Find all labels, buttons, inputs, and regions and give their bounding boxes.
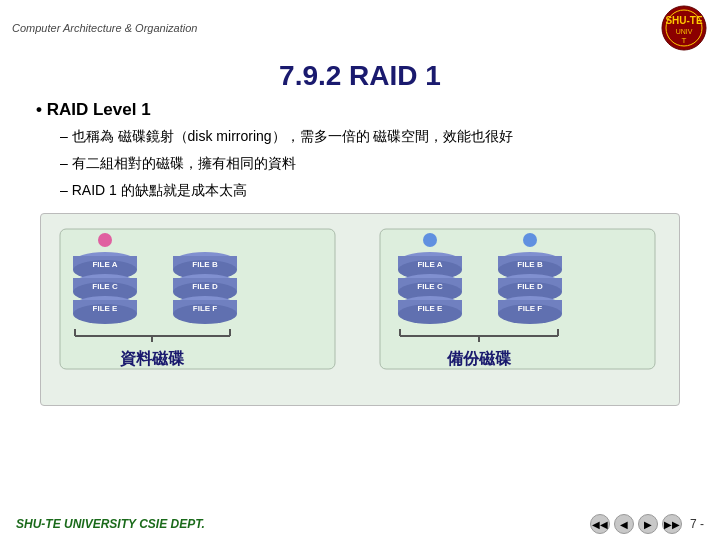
bullet-sub3: RAID 1 的缺點就是成本太高: [60, 180, 684, 201]
svg-text:SHU-TE: SHU-TE: [665, 15, 703, 26]
svg-point-7: [98, 233, 112, 247]
svg-text:FILE B: FILE B: [517, 260, 543, 269]
footer-institution: SHU-TE UNIVERSITY CSIE DEPT.: [16, 517, 205, 531]
nav-first-button[interactable]: ◀◀: [590, 514, 610, 534]
nav-prev-button[interactable]: ◀: [614, 514, 634, 534]
bullet-sub1: 也稱為 磁碟鏡射（disk mirroring），需多一倍的 磁碟空間，效能也很…: [60, 126, 684, 147]
svg-text:FILE A: FILE A: [92, 260, 117, 269]
svg-text:FILE D: FILE D: [517, 282, 543, 291]
navigation-buttons[interactable]: ◀◀ ◀ ▶ ▶▶ 7 -: [590, 514, 704, 534]
svg-text:FILE D: FILE D: [192, 282, 218, 291]
university-logo: SHU-TE UNIV T: [660, 4, 708, 52]
raid-diagram: FILE A FILE C FILE E FILE B FILE D FILE …: [40, 213, 680, 406]
svg-text:T: T: [682, 36, 687, 45]
svg-text:FILE B: FILE B: [192, 260, 218, 269]
svg-point-49: [523, 233, 537, 247]
nav-next-button[interactable]: ▶: [638, 514, 658, 534]
header-title: Computer Architecture & Organization: [12, 22, 197, 34]
footer: SHU-TE UNIVERSITY CSIE DEPT. ◀◀ ◀ ▶ ▶▶ 7…: [0, 514, 720, 534]
svg-text:FILE A: FILE A: [417, 260, 442, 269]
header: Computer Architecture & Organization SHU…: [0, 0, 720, 56]
page-number: 7 -: [690, 517, 704, 531]
nav-last-button[interactable]: ▶▶: [662, 514, 682, 534]
svg-text:FILE F: FILE F: [518, 304, 543, 313]
svg-text:FILE E: FILE E: [93, 304, 119, 313]
svg-text:FILE F: FILE F: [193, 304, 218, 313]
bullet-main: • RAID Level 1: [36, 100, 684, 120]
svg-text:FILE C: FILE C: [92, 282, 118, 291]
bullet-sub2: 有二組相對的磁碟，擁有相同的資料: [60, 153, 684, 174]
main-title: 7.9.2 RAID 1: [0, 60, 720, 92]
content: • RAID Level 1 也稱為 磁碟鏡射（disk mirroring），…: [0, 100, 720, 201]
svg-text:FILE C: FILE C: [417, 282, 443, 291]
svg-text:UNIV: UNIV: [676, 28, 693, 35]
disk-diagram-svg: FILE A FILE C FILE E FILE B FILE D FILE …: [50, 224, 670, 399]
svg-point-36: [423, 233, 437, 247]
svg-text:備份磁碟: 備份磁碟: [446, 350, 512, 367]
svg-text:FILE E: FILE E: [418, 304, 444, 313]
svg-text:資料磁碟: 資料磁碟: [120, 350, 185, 367]
